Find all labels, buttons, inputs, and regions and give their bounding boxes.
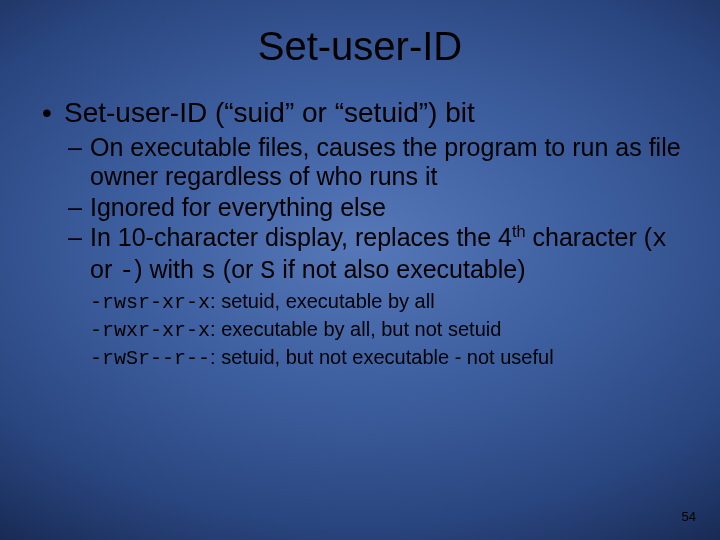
text: (or	[216, 255, 260, 283]
page-number: 54	[682, 509, 696, 524]
bullet-lvl2: Ignored for everything else	[38, 193, 690, 222]
code-inline: -rwsr-xr-x	[90, 291, 210, 314]
bullet-lvl2: In 10-character display, replaces the 4t…	[38, 223, 690, 287]
code-inline: x	[652, 225, 667, 254]
example-line: -rw​Sr--r--: setuid, but not executable …	[38, 345, 690, 371]
text: if not also executable)	[275, 255, 525, 283]
superscript: th	[512, 222, 526, 240]
text: In 10-character display, replaces the 4	[90, 223, 512, 251]
slide-content: Set-user-ID (“suid” or “setuid”) bit On …	[0, 97, 720, 371]
code-inline: -rwxr-xr-x	[90, 319, 210, 342]
text: character (	[526, 223, 652, 251]
text: or	[90, 255, 119, 283]
code-inline: S	[260, 257, 275, 286]
code-inline: -	[119, 257, 134, 286]
text: : setuid, but not executable - not usefu…	[210, 346, 554, 368]
bullet-lvl2: On executable files, causes the program …	[38, 133, 690, 191]
example-line: -rwxr-xr-x: executable by all, but not s…	[38, 317, 690, 343]
code-inline: s	[201, 257, 216, 286]
slide: Set-user-ID Set-user-ID (“suid” or “setu…	[0, 0, 720, 540]
slide-title: Set-user-ID	[0, 0, 720, 79]
bullet-lvl1: Set-user-ID (“suid” or “setuid”) bit	[38, 97, 690, 129]
text: : executable by all, but not setuid	[210, 318, 501, 340]
example-line: -rwsr-xr-x: setuid, executable by all	[38, 289, 690, 315]
text: ) with	[134, 255, 201, 283]
text: : setuid, executable by all	[210, 290, 435, 312]
code-inline: -rw​Sr--r--	[90, 347, 210, 370]
